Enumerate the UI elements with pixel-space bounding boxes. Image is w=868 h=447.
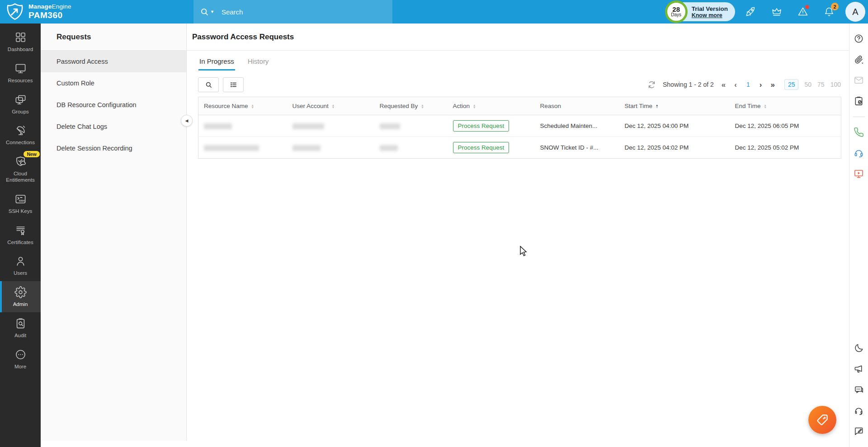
headset-button[interactable]	[854, 405, 864, 416]
session-video-icon	[854, 169, 864, 179]
sort-arrows-icon[interactable]: ▲▼	[473, 104, 476, 108]
sidebar-item-dashboard[interactable]: Dashboard	[0, 26, 41, 57]
mail-button[interactable]	[854, 75, 864, 85]
sort-arrows-icon[interactable]: ▲▼	[764, 104, 767, 108]
submenu-item-delete-chat-logs[interactable]: Delete Chat Logs	[41, 116, 186, 137]
chevron-left-icon: ◀	[185, 118, 189, 123]
sidebar-item-label: Resources	[8, 78, 33, 84]
global-search[interactable]: ▼	[193, 0, 392, 24]
requests-table: Resource Name▲▼User Account▲▼Requested B…	[198, 97, 841, 159]
page-size-75[interactable]: 75	[817, 81, 825, 88]
crown-button[interactable]	[771, 6, 782, 17]
tasks-button[interactable]	[854, 96, 864, 106]
current-page[interactable]: 1	[745, 81, 752, 88]
tab-history[interactable]: History	[247, 55, 270, 71]
search-input[interactable]	[222, 8, 375, 16]
know-more-link[interactable]: Know more	[692, 12, 728, 19]
sidebar-item-label: Connections	[6, 140, 35, 146]
more-icon	[14, 348, 27, 361]
admin-icon	[14, 286, 27, 298]
sidebar-item-admin[interactable]: Admin	[0, 281, 41, 312]
table-row: Process RequestSNOW Ticket ID - #...Dec …	[198, 137, 841, 159]
announcement-icon	[854, 364, 864, 374]
session-video-button[interactable]	[854, 169, 864, 179]
table-row: Process RequestScheduled Mainten...Dec 1…	[198, 115, 841, 137]
offer-fab-button[interactable]	[808, 406, 836, 434]
column-chooser-button[interactable]	[223, 77, 244, 92]
search-icon	[205, 81, 212, 89]
chat-button[interactable]	[854, 385, 864, 395]
rocket-button[interactable]	[745, 6, 756, 17]
process-request-button[interactable]: Process Request	[453, 120, 509, 132]
sidebar-item-users[interactable]: Users	[0, 250, 41, 281]
first-page-button[interactable]: «	[721, 81, 726, 89]
cell-requested-by	[374, 137, 448, 159]
last-page-button[interactable]: »	[769, 81, 775, 89]
help-button[interactable]	[854, 33, 864, 44]
announcement-button[interactable]	[854, 364, 864, 374]
sidebar-item-resources[interactable]: Resources	[0, 57, 41, 89]
sidebar-item-groups[interactable]: Groups	[0, 89, 41, 120]
redacted-value	[292, 123, 324, 129]
resources-icon	[14, 62, 27, 75]
sidebar-item-cloud-entitlements[interactable]: NewCloud Entitlements	[0, 151, 41, 188]
bell-button[interactable]: 2	[824, 6, 835, 17]
sidebar-item-label: Audit	[14, 333, 26, 339]
secondary-sidebar: Requests Password AccessCustom RoleDB Re…	[41, 24, 187, 441]
support-headset-button[interactable]	[854, 148, 864, 158]
main-content: Password Access Requests In ProgressHist…	[187, 24, 849, 447]
chat-icon	[854, 385, 864, 395]
prev-page-button[interactable]: ‹	[733, 81, 738, 89]
next-page-button[interactable]: ›	[759, 81, 763, 89]
cell-user-account	[287, 137, 374, 159]
cell-end-time: Dec 12, 2025 05:02 PM	[730, 137, 841, 159]
submenu-item-delete-session-recording[interactable]: Delete Session Recording	[41, 137, 186, 159]
column-header-end-time[interactable]: End Time▲▼	[730, 97, 841, 115]
table-header-row: Resource Name▲▼User Account▲▼Requested B…	[198, 97, 841, 115]
sidebar-item-ssh-keys[interactable]: SSHSSH Keys	[0, 188, 41, 219]
sort-arrows-icon[interactable]: ▲▼	[421, 104, 424, 108]
collapse-panel-button[interactable]: ◀	[181, 115, 193, 127]
submenu-item-custom-role[interactable]: Custom Role	[41, 72, 186, 94]
sort-arrows-icon[interactable]: ▲▼	[332, 104, 335, 108]
sidebar-item-connections[interactable]: Connections	[0, 119, 41, 151]
avatar[interactable]: A	[845, 2, 865, 22]
page-size-50[interactable]: 50	[804, 81, 811, 88]
sidebar-item-audit[interactable]: Audit	[0, 312, 41, 343]
search-scope-caret-icon[interactable]: ▼	[210, 9, 214, 14]
column-header-requested-by[interactable]: Requested By▲▼	[374, 97, 448, 115]
tasks-icon	[854, 96, 864, 106]
tab-in-progress[interactable]: In Progress	[198, 55, 235, 71]
column-header-action[interactable]: Action▲▼	[448, 97, 535, 115]
page-size-25[interactable]: 25	[784, 79, 799, 90]
alert-triangle-button[interactable]	[797, 6, 808, 17]
pam360-logo-icon	[6, 3, 24, 21]
dark-mode-button[interactable]	[854, 343, 864, 353]
submenu-item-db-resource-configuration[interactable]: DB Resource Configuration	[41, 94, 186, 116]
column-header-user-account[interactable]: User Account▲▼	[287, 97, 374, 115]
column-header-start-time[interactable]: Start Time▲▼	[619, 97, 730, 115]
redacted-value	[380, 123, 400, 129]
brand[interactable]: ManageEngine PAM360	[0, 3, 71, 21]
rocket-icon	[745, 6, 756, 17]
sort-arrows-icon[interactable]: ▲▼	[656, 104, 658, 108]
refresh-button[interactable]	[647, 80, 656, 89]
page-title: Password Access Requests	[187, 24, 849, 51]
cell-start-time: Dec 12, 2025 04:02 PM	[619, 137, 730, 159]
submenu-item-password-access[interactable]: Password Access	[41, 51, 186, 72]
page-size-100[interactable]: 100	[830, 81, 841, 88]
table-search-button[interactable]	[198, 77, 219, 92]
process-request-button[interactable]: Process Request	[453, 142, 509, 153]
sort-arrows-icon[interactable]: ▲▼	[251, 104, 254, 108]
trial-badge[interactable]: 28 Days Trial Version Know more	[666, 2, 735, 21]
mail-icon	[854, 75, 864, 85]
phone-button[interactable]	[854, 127, 864, 137]
sidebar-item-label: Users	[14, 270, 27, 277]
sidebar-item-certificates[interactable]: Certificates	[0, 219, 41, 250]
feedback-button[interactable]	[854, 426, 864, 437]
attachment-button[interactable]	[854, 54, 864, 65]
redacted-value	[292, 145, 321, 151]
column-header-resource-name[interactable]: Resource Name▲▼	[198, 97, 287, 115]
sidebar-item-label: Certificates	[7, 240, 33, 246]
sidebar-item-more[interactable]: More	[0, 343, 41, 375]
